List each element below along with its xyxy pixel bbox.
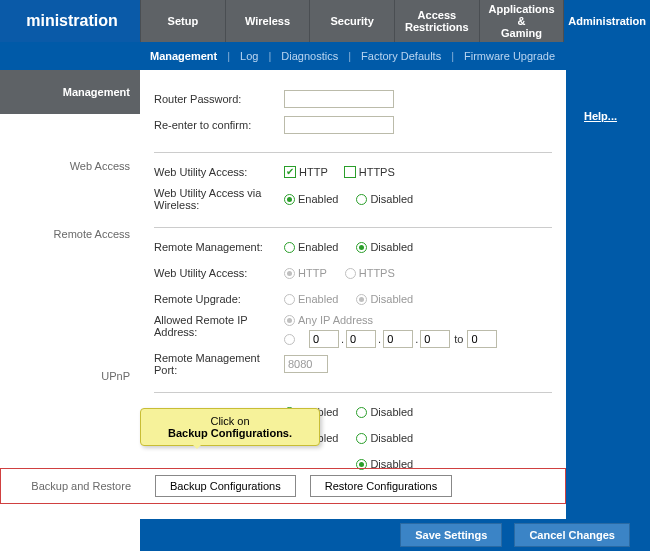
label-web-util-access: Web Utility Access: xyxy=(154,166,284,178)
tab-setup[interactable]: Setup xyxy=(140,0,225,42)
label-remote-port: Remote Management Port: xyxy=(154,352,284,376)
radio-rwu-http[interactable]: HTTP xyxy=(284,267,327,279)
radio-icon xyxy=(356,194,367,205)
check-icon xyxy=(344,166,356,178)
radio-any-ip[interactable]: Any IP Address xyxy=(284,314,373,326)
radio-rm-disabled[interactable]: Disabled xyxy=(356,241,413,253)
radio-label: Disabled xyxy=(370,293,413,305)
radio-icon xyxy=(356,294,367,305)
radio-ru-disabled[interactable]: Disabled xyxy=(356,293,413,305)
radio-label: Disabled xyxy=(370,193,413,205)
radio-label: Any IP Address xyxy=(298,314,373,326)
radio-label: Enabled xyxy=(298,241,338,253)
radio-upnp-disabled[interactable]: Disabled xyxy=(356,406,413,418)
check-icon xyxy=(284,166,296,178)
block-web-access: Web Utility Access: HTTP HTTPS Web Utili… xyxy=(154,153,552,228)
subtab-management[interactable]: Management xyxy=(140,50,227,62)
radio-icon xyxy=(345,268,356,279)
main-tab-bar: ministration Setup Wireless Security Acc… xyxy=(0,0,650,42)
save-settings-button[interactable]: Save Settings xyxy=(400,523,502,547)
radio-icon xyxy=(356,242,367,253)
checkbox-http[interactable]: HTTP xyxy=(284,166,328,178)
tab-applications-gaming[interactable]: Applications & Gaming xyxy=(479,0,564,42)
checkbox-https-label: HTTPS xyxy=(359,166,395,178)
router-password-input[interactable] xyxy=(284,90,394,108)
radio-icon xyxy=(284,294,295,305)
radio-icon xyxy=(284,242,295,253)
label-allowed-ip: Allowed Remote IP Address: xyxy=(154,314,284,338)
label-remote-mgmt: Remote Management: xyxy=(154,241,284,253)
section-remote-access: Remote Access xyxy=(0,212,140,256)
section-upnp: UPnP xyxy=(0,354,140,398)
radio-label: Enabled xyxy=(298,193,338,205)
ip-to-label: to xyxy=(454,333,463,345)
subtab-log[interactable]: Log xyxy=(230,50,268,62)
label-router-password: Router Password: xyxy=(154,93,284,105)
cancel-changes-button[interactable]: Cancel Changes xyxy=(514,523,630,547)
section-backup-restore: Backup and Restore xyxy=(1,480,141,492)
remote-port-input[interactable] xyxy=(284,355,328,373)
radio-label: Disabled xyxy=(370,406,413,418)
tab-security[interactable]: Security xyxy=(309,0,394,42)
radio-wua-enabled[interactable]: Enabled xyxy=(284,193,338,205)
radio-icon xyxy=(356,407,367,418)
radio-ru-enabled[interactable]: Enabled xyxy=(284,293,338,305)
radio-icon xyxy=(356,433,367,444)
restore-configurations-button[interactable]: Restore Configurations xyxy=(310,475,453,497)
block-password: Router Password: Re-enter to confirm: xyxy=(154,80,552,153)
section-management: Management xyxy=(0,70,140,114)
radio-icon xyxy=(284,315,295,326)
radio-rwu-https[interactable]: HTTPS xyxy=(345,267,395,279)
tab-administration[interactable]: Administration xyxy=(563,0,650,42)
radio-icon xyxy=(284,334,295,345)
subtab-factory-defaults[interactable]: Factory Defaults xyxy=(351,50,451,62)
tab-access-restrictions[interactable]: Access Restrictions xyxy=(394,0,479,42)
help-link[interactable]: Help... xyxy=(566,110,650,122)
radio-wua-disabled[interactable]: Disabled xyxy=(356,193,413,205)
checkbox-https[interactable]: HTTPS xyxy=(344,166,395,178)
callout-line1: Click on xyxy=(210,415,249,427)
radio-label: HTTP xyxy=(298,267,327,279)
backup-configurations-button[interactable]: Backup Configurations xyxy=(155,475,296,497)
subtab-diagnostics[interactable]: Diagnostics xyxy=(271,50,348,62)
radio-icon xyxy=(284,194,295,205)
backup-restore-section: Backup and Restore Backup Configurations… xyxy=(0,468,566,504)
subtab-firmware-upgrade[interactable]: Firmware Upgrade xyxy=(454,50,565,62)
ip-octet-1[interactable] xyxy=(309,330,339,348)
radio-label: Disabled xyxy=(370,432,413,444)
radio-label: Disabled xyxy=(370,241,413,253)
label-reenter: Re-enter to confirm: xyxy=(154,119,284,131)
ip-octet-2[interactable] xyxy=(346,330,376,348)
checkbox-http-label: HTTP xyxy=(299,166,328,178)
radio-specific-ip[interactable] xyxy=(284,334,295,345)
footer-bar: Save Settings Cancel Changes xyxy=(140,519,650,551)
help-panel: Help... xyxy=(566,70,650,551)
instruction-callout: Click on Backup Configurations. xyxy=(140,408,320,446)
radio-label: HTTPS xyxy=(359,267,395,279)
ip-octet-3[interactable] xyxy=(383,330,413,348)
ip-octet-4[interactable] xyxy=(420,330,450,348)
ip-range-to[interactable] xyxy=(467,330,497,348)
radio-icon xyxy=(284,268,295,279)
block-remote-access: Remote Management: Enabled Disabled Web … xyxy=(154,228,552,393)
radio-rm-enabled[interactable]: Enabled xyxy=(284,241,338,253)
sub-tab-bar: Management | Log | Diagnostics | Factory… xyxy=(0,42,650,70)
tab-wireless[interactable]: Wireless xyxy=(225,0,310,42)
reenter-password-input[interactable] xyxy=(284,116,394,134)
label-web-util-wireless: Web Utility Access via Wireless: xyxy=(154,187,284,211)
section-web-access: Web Access xyxy=(0,144,140,188)
label-remote-web-util: Web Utility Access: xyxy=(154,267,284,279)
callout-line2: Backup Configurations. xyxy=(145,427,315,439)
brand-title: ministration xyxy=(0,0,140,42)
radio-label: Enabled xyxy=(298,293,338,305)
label-remote-upgrade: Remote Upgrade: xyxy=(154,293,284,305)
radio-allow-disabled[interactable]: Disabled xyxy=(356,432,413,444)
